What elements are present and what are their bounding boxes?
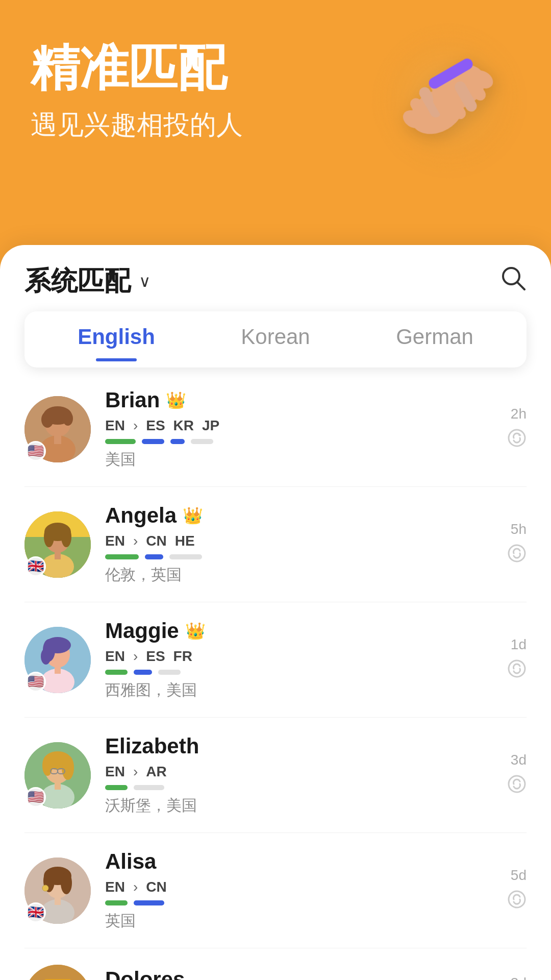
user-name: Brian — [105, 388, 160, 412]
lang-tags-row: EN › AR — [105, 764, 493, 780]
svg-point-23 — [509, 430, 525, 446]
list-item[interactable]: 🇬🇧 Alisa EN › CN 英国 5d — [24, 833, 527, 948]
svg-point-39 — [41, 648, 51, 665]
refresh-icon[interactable] — [507, 544, 527, 568]
svg-point-57 — [61, 872, 72, 894]
lang-from: EN — [105, 418, 125, 434]
user-name-row: Angela 👑 — [105, 503, 493, 528]
handshake-illustration — [352, 3, 546, 217]
lang-bars — [105, 900, 493, 905]
proficiency-bar — [134, 670, 152, 675]
lang-from: EN — [105, 879, 125, 895]
user-info: Alisa EN › CN 英国 — [105, 849, 493, 932]
user-name: Alisa — [105, 849, 156, 874]
proficiency-bar — [134, 900, 164, 905]
lang-bars — [105, 670, 493, 675]
flag-badge: 🇺🇸 — [26, 787, 46, 807]
user-info: Maggie 👑 EN › ES FR 西雅图，美国 — [105, 619, 493, 701]
time-text: 2h — [511, 406, 527, 422]
user-meta: 3d — [507, 975, 527, 981]
flag-badge: 🇺🇸 — [26, 672, 46, 692]
lang-from: EN — [105, 533, 125, 549]
proficiency-bar — [105, 439, 136, 444]
refresh-icon[interactable] — [507, 890, 527, 914]
time-text: 5d — [511, 867, 527, 884]
proficiency-bar — [169, 554, 202, 559]
user-info: Elizabeth EN › AR 沃斯堡，美国 — [105, 734, 493, 816]
user-info: Angela 👑 EN › CN HE 伦敦，英国 — [105, 503, 493, 585]
crown-icon: 👑 — [185, 621, 206, 641]
search-selector[interactable]: 系统匹配 ∨ — [24, 263, 151, 299]
flag-badge: 🇬🇧 — [26, 902, 46, 923]
selector-text: 系统匹配 — [24, 263, 131, 299]
lang-bars — [105, 439, 493, 444]
flag-badge: 🇬🇧 — [26, 556, 46, 577]
avatar: 🇬🇧 — [24, 857, 91, 924]
refresh-icon[interactable] — [507, 659, 527, 683]
svg-line-15 — [517, 282, 524, 289]
svg-point-58 — [42, 885, 48, 891]
lang-bars — [105, 554, 493, 559]
user-name-row: Brian 👑 — [105, 388, 493, 412]
user-name: Maggie — [105, 619, 179, 643]
user-meta: 1d — [507, 636, 527, 683]
lang-tags-row: EN › ES KR JP — [105, 418, 493, 434]
svg-point-42 — [509, 660, 525, 677]
lang-tabs: English Korean German — [24, 311, 527, 368]
avatar: 🇬🇧 — [24, 511, 91, 578]
tab-korean[interactable]: Korean — [196, 311, 355, 368]
proficiency-bar — [158, 670, 181, 675]
list-item[interactable]: 🇺🇸 Dolores EN › KR 3d — [24, 948, 527, 980]
lang-to: JP — [202, 418, 219, 434]
lang-to: KR — [173, 418, 194, 434]
time-text: 3d — [511, 752, 527, 768]
avatar: 🇺🇸 — [24, 627, 91, 693]
proficiency-bar — [105, 554, 139, 559]
arrow-icon: › — [133, 418, 138, 434]
avatar: 🇺🇸 — [24, 396, 91, 462]
user-meta: 5h — [507, 521, 527, 568]
user-location: 美国 — [105, 449, 493, 470]
tab-english[interactable]: English — [37, 311, 196, 368]
user-name: Dolores — [105, 967, 185, 980]
proficiency-bar — [105, 900, 128, 905]
hero-section: 精准匹配 遇见兴趣相投的人 — [0, 0, 551, 265]
time-text: 5h — [511, 521, 527, 537]
lang-to: ES — [146, 418, 165, 434]
list-item[interactable]: 🇺🇸 Brian 👑 EN › ES KR JP — [24, 372, 527, 487]
user-name-row: Dolores — [105, 967, 493, 980]
arrow-icon: › — [133, 764, 138, 780]
list-item[interactable]: 🇺🇸 Elizabeth EN › AR 沃斯堡，美国 3d — [24, 718, 527, 833]
chevron-down-icon[interactable]: ∨ — [139, 272, 151, 291]
lang-bars — [105, 785, 493, 790]
svg-point-31 — [61, 527, 71, 547]
proficiency-bar — [170, 439, 185, 444]
tab-german[interactable]: German — [355, 311, 514, 368]
proficiency-bar — [191, 439, 213, 444]
proficiency-bar — [142, 439, 164, 444]
main-card: 系统匹配 ∨ English Korean German — [0, 245, 551, 980]
user-name-row: Alisa — [105, 849, 493, 874]
svg-point-61 — [509, 891, 525, 908]
search-icon[interactable] — [500, 265, 527, 298]
user-info: Dolores EN › KR — [105, 967, 493, 980]
arrow-icon: › — [133, 879, 138, 895]
crown-icon: 👑 — [166, 390, 186, 410]
svg-point-34 — [509, 545, 525, 561]
svg-rect-22 — [54, 435, 61, 444]
user-info: Brian 👑 EN › ES KR JP 美国 — [105, 388, 493, 470]
refresh-icon[interactable] — [507, 428, 527, 452]
list-item[interactable]: 🇺🇸 Maggie 👑 EN › ES FR 西雅图，美 — [24, 602, 527, 718]
refresh-icon[interactable] — [507, 774, 527, 798]
proficiency-bar — [145, 554, 163, 559]
lang-to: AR — [146, 764, 166, 780]
user-name: Angela — [105, 503, 177, 528]
svg-point-30 — [44, 527, 54, 547]
svg-rect-33 — [55, 551, 61, 559]
user-location: 英国 — [105, 911, 493, 932]
flag-badge: 🇺🇸 — [26, 441, 46, 461]
user-meta: 3d — [507, 752, 527, 798]
lang-from: EN — [105, 764, 125, 780]
svg-point-19 — [41, 411, 54, 428]
list-item[interactable]: 🇬🇧 Angela 👑 EN › CN HE 伦敦，英国 — [24, 487, 527, 602]
